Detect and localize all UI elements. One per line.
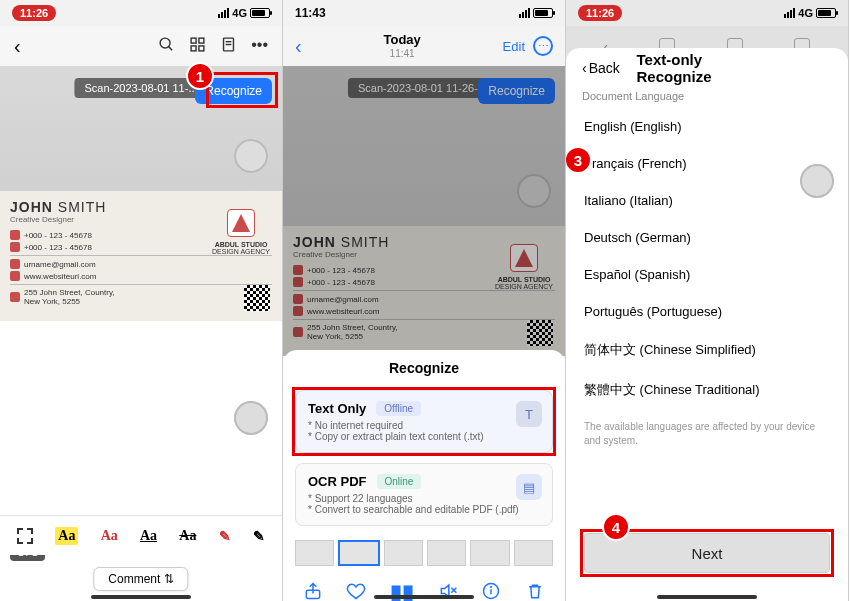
scan-icon: ▤ <box>516 474 542 500</box>
thumb[interactable] <box>470 540 509 566</box>
svg-rect-3 <box>199 38 204 43</box>
more-icon[interactable]: ••• <box>251 36 268 57</box>
panel-2-recognize-sheet: 11:43 ‹ Today 11:41 Edit ⋯ Scan-2023-08-… <box>283 0 566 601</box>
eraser-tool-icon[interactable]: ✎ <box>219 528 231 544</box>
underline-tool[interactable]: Aa <box>140 528 157 544</box>
recognize-sheet: Recognize 2 Text Only Offline * No inter… <box>283 350 565 601</box>
scan-preview-dimmed: Scan-2023-08-01 11-26-14 Recognize JOHN … <box>283 66 565 356</box>
section-label: Document Language <box>566 82 848 108</box>
highlight-tool[interactable]: Aa <box>55 527 78 545</box>
qr-code-icon <box>527 320 553 346</box>
thumb[interactable] <box>427 540 466 566</box>
top-toolbar: ‹ Today 11:41 Edit ⋯ <box>283 26 565 66</box>
page-title: Today 11:41 <box>383 33 420 58</box>
top-toolbar: ‹ ••• <box>0 26 282 66</box>
share-icon[interactable] <box>303 581 323 602</box>
favorite-icon[interactable] <box>346 581 366 602</box>
page-thumbnails <box>283 536 565 570</box>
markup-toolbar: Aa Aa Aa Aa ✎ ✎ <box>0 515 282 555</box>
red-text-tool[interactable]: Aa <box>101 528 118 544</box>
annotation-4: 4 <box>602 513 630 541</box>
thumb[interactable] <box>295 540 334 566</box>
info-icon[interactable] <box>481 581 501 602</box>
strike-tool[interactable]: Aa <box>179 528 196 544</box>
status-time: 11:26 <box>578 5 622 21</box>
floating-action-button-2[interactable] <box>234 401 268 435</box>
text-icon: T <box>516 401 542 427</box>
offline-badge: Offline <box>376 401 421 416</box>
lang-chinese-traditional[interactable]: 繁體中文 (Chinese Traditional) <box>566 370 848 410</box>
qr-code-icon <box>244 285 270 311</box>
svg-point-0 <box>160 38 170 48</box>
back-button[interactable]: ‹ Back <box>582 60 620 76</box>
svg-rect-2 <box>191 38 196 43</box>
crop-tool-icon[interactable] <box>17 528 33 544</box>
back-icon[interactable]: ‹ <box>14 35 21 58</box>
online-badge: Online <box>377 474 422 489</box>
language-note: The available languages are affected by … <box>566 410 848 458</box>
panel-3-language-select: 11:26 4G ‹ ‹ Back Text-only Recognize Do… <box>566 0 849 601</box>
lang-german[interactable]: Deutsch (German) <box>566 219 848 256</box>
svg-rect-4 <box>191 45 196 50</box>
scan-filename-badge: Scan-2023-08-01 11-26-14 <box>348 78 500 98</box>
text-only-option[interactable]: Text Only Offline * No internet required… <box>295 390 553 453</box>
thumb-selected[interactable] <box>338 540 379 566</box>
panel-1-scanner-view: 11:26 4G ‹ ••• Scan-2023-08-01 11-... Re… <box>0 0 283 601</box>
home-indicator <box>374 595 474 599</box>
svg-line-1 <box>169 46 173 50</box>
svg-point-14 <box>491 586 492 587</box>
floating-action-button[interactable] <box>517 174 551 208</box>
status-bar: 11:26 4G <box>566 0 848 26</box>
status-bar: 11:43 <box>283 0 565 26</box>
svg-rect-5 <box>199 45 204 50</box>
trash-icon[interactable] <box>525 581 545 602</box>
sheet-title: Text-only Recognize <box>637 51 778 85</box>
floating-action-button[interactable] <box>800 164 834 198</box>
ocr-pdf-option[interactable]: OCR PDF Online * Support 22 languages * … <box>295 463 553 526</box>
lang-portuguese[interactable]: Português (Portuguese) <box>566 293 848 330</box>
recognize-button[interactable]: Recognize <box>478 78 555 104</box>
search-icon[interactable] <box>158 36 175 57</box>
more-circle-icon[interactable]: ⋯ <box>533 36 553 56</box>
pen-tool-icon[interactable]: ✎ <box>253 528 265 544</box>
lang-spanish[interactable]: Español (Spanish) <box>566 256 848 293</box>
language-sheet: ‹ Back Text-only Recognize Document Lang… <box>566 48 848 601</box>
status-icons: 4G <box>218 7 270 19</box>
business-card-preview: JOHN SMITH Creative Designer +000 - 123 … <box>0 191 282 321</box>
grid-icon[interactable] <box>189 36 206 57</box>
language-list: English (English) 3 Français (French) It… <box>566 108 848 410</box>
thumb[interactable] <box>514 540 553 566</box>
thumb[interactable] <box>384 540 423 566</box>
page-icon[interactable] <box>220 36 237 57</box>
back-icon[interactable]: ‹ <box>295 35 302 58</box>
status-time: 11:26 <box>12 5 56 21</box>
scan-preview: Scan-2023-08-01 11-... Recognize 1 JOHN … <box>0 66 282 321</box>
home-indicator <box>657 595 757 599</box>
lang-english[interactable]: English (English) <box>566 108 848 145</box>
edit-button[interactable]: Edit <box>503 39 525 54</box>
comment-button[interactable]: Comment ⇅ <box>93 567 188 591</box>
business-card-preview: JOHN SMITH Creative Designer +000 - 123 … <box>283 226 565 356</box>
status-bar: 11:26 4G <box>0 0 282 26</box>
lang-chinese-simplified[interactable]: 简体中文 (Chinese Simplified) <box>566 330 848 370</box>
sheet-title: Recognize <box>283 360 565 376</box>
status-time: 11:43 <box>295 6 326 20</box>
annotation-1: 1 <box>186 62 214 90</box>
floating-action-button[interactable] <box>234 139 268 173</box>
home-indicator <box>91 595 191 599</box>
